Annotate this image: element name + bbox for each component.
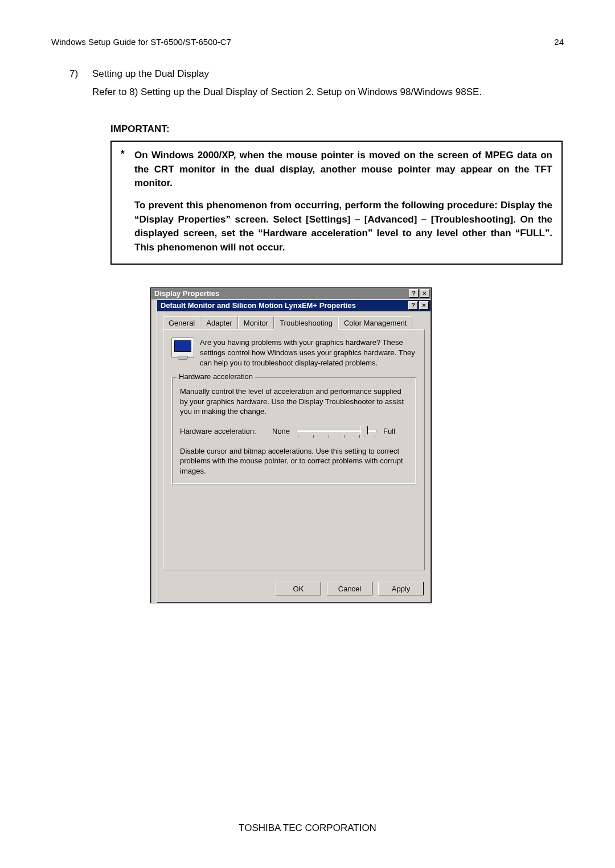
- inner-window-title: Default Monitor and Silicon Motion LynxE…: [161, 301, 356, 310]
- advanced-properties-window: Default Monitor and Silicon Motion LynxE…: [157, 299, 431, 603]
- step-7-heading: 7)Setting up the Dual Display: [69, 68, 564, 80]
- hardware-acceleration-group: Hardware acceleration Manually control t…: [171, 377, 416, 484]
- tab-color-management[interactable]: Color Management: [338, 316, 413, 330]
- important-p1: On Windows 2000/XP, when the mouse point…: [134, 149, 552, 191]
- important-box: * On Windows 2000/XP, when the mouse poi…: [110, 141, 563, 265]
- inner-titlebar: Default Monitor and Silicon Motion LynxE…: [157, 300, 430, 311]
- footer-company: TOSHIBA TEC CORPORATION: [0, 822, 615, 834]
- slider-min-label: None: [272, 427, 290, 435]
- display-properties-window: Display Properties ? × Default Monitor a…: [150, 287, 432, 603]
- page-number: 24: [554, 37, 564, 47]
- ok-button[interactable]: OK: [276, 582, 321, 595]
- acceleration-description: Manually control the level of accelerati…: [180, 386, 408, 417]
- tab-general[interactable]: General: [163, 316, 200, 330]
- intro-text: Are you having problems with your graphi…: [200, 338, 416, 368]
- close-icon[interactable]: ×: [419, 301, 429, 310]
- help-icon[interactable]: ?: [408, 301, 418, 310]
- apply-button[interactable]: Apply: [378, 582, 424, 595]
- outer-window-title: Display Properties: [154, 289, 219, 298]
- important-p2: To prevent this phenomenon from occurrin…: [134, 199, 552, 255]
- page-header: Windows Setup Guide for ST-6500/ST-6500-…: [51, 37, 564, 47]
- doc-title: Windows Setup Guide for ST-6500/ST-6500-…: [51, 37, 231, 47]
- troubleshooting-panel: Are you having problems with your graphi…: [163, 329, 425, 570]
- tab-strip: General Adapter Monitor Troubleshooting …: [163, 316, 425, 329]
- screenshot-container: Display Properties ? × Default Monitor a…: [150, 287, 432, 603]
- slider-max-label: Full: [383, 427, 395, 435]
- tab-troubleshooting[interactable]: Troubleshooting: [274, 316, 338, 330]
- slider-help-text: Disable cursor and bitmap accelerations.…: [180, 446, 408, 476]
- outer-titlebar: Display Properties ? ×: [151, 288, 431, 299]
- tab-adapter[interactable]: Adapter: [200, 316, 238, 330]
- help-icon[interactable]: ?: [409, 289, 419, 298]
- group-legend: Hardware acceleration: [177, 372, 255, 381]
- step-7-refer: Refer to 8) Setting up the Dual Display …: [92, 87, 564, 98]
- cancel-button[interactable]: Cancel: [327, 582, 372, 595]
- dialog-buttons: OK Cancel Apply: [157, 576, 430, 602]
- hardware-acceleration-slider[interactable]: [297, 427, 376, 436]
- step-number: 7): [69, 68, 92, 80]
- close-icon[interactable]: ×: [420, 289, 429, 298]
- monitor-icon: [171, 338, 194, 358]
- step-title: Setting up the Dual Display: [92, 68, 209, 79]
- slider-label: Hardware acceleration:: [180, 427, 265, 435]
- important-heading: IMPORTANT:: [110, 124, 564, 135]
- tab-monitor[interactable]: Monitor: [238, 316, 274, 330]
- bullet-star: *: [121, 149, 134, 254]
